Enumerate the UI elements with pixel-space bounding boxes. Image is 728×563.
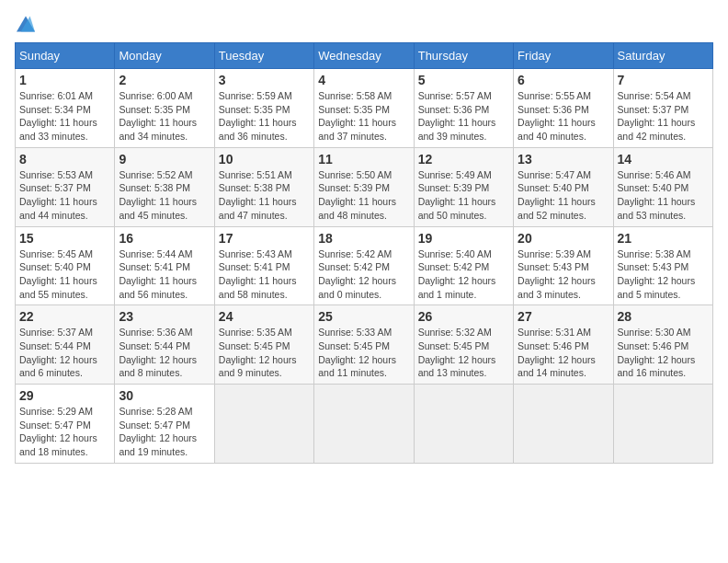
day-number: 24 <box>219 309 310 324</box>
calendar-cell: 17Sunrise: 5:43 AMSunset: 5:41 PMDayligh… <box>214 226 313 305</box>
day-info: Sunrise: 5:50 AMSunset: 5:39 PMDaylight:… <box>318 168 409 223</box>
day-number: 4 <box>318 73 409 87</box>
week-row-4: 22Sunrise: 5:37 AMSunset: 5:44 PMDayligh… <box>16 305 713 385</box>
calendar-cell <box>514 385 613 464</box>
day-number: 28 <box>618 309 709 324</box>
day-number: 13 <box>518 152 609 167</box>
calendar-cell: 13Sunrise: 5:47 AMSunset: 5:40 PMDayligh… <box>514 147 613 226</box>
calendar-cell: 5Sunrise: 5:57 AMSunset: 5:36 PMDaylight… <box>414 69 513 148</box>
day-info: Sunrise: 5:42 AMSunset: 5:42 PMDaylight:… <box>318 247 409 302</box>
page-header <box>15 15 713 33</box>
day-number: 30 <box>119 388 210 403</box>
day-number: 1 <box>19 73 110 87</box>
col-header-monday: Monday <box>115 43 214 69</box>
calendar-cell: 7Sunrise: 5:54 AMSunset: 5:37 PMDaylight… <box>613 69 712 148</box>
calendar-cell: 6Sunrise: 5:55 AMSunset: 5:36 PMDaylight… <box>514 69 613 148</box>
logo-icon <box>15 15 37 33</box>
day-info: Sunrise: 5:43 AMSunset: 5:41 PMDaylight:… <box>219 247 310 302</box>
calendar-cell <box>414 385 513 464</box>
calendar-cell: 27Sunrise: 5:31 AMSunset: 5:46 PMDayligh… <box>514 305 613 385</box>
calendar-cell: 4Sunrise: 5:58 AMSunset: 5:35 PMDaylight… <box>314 69 414 148</box>
calendar-cell: 25Sunrise: 5:33 AMSunset: 5:45 PMDayligh… <box>314 305 414 385</box>
day-info: Sunrise: 6:01 AMSunset: 5:34 PMDaylight:… <box>19 89 110 144</box>
calendar-cell: 29Sunrise: 5:29 AMSunset: 5:47 PMDayligh… <box>16 385 115 464</box>
day-info: Sunrise: 5:39 AMSunset: 5:43 PMDaylight:… <box>518 247 609 302</box>
calendar-cell: 10Sunrise: 5:51 AMSunset: 5:38 PMDayligh… <box>214 147 313 226</box>
day-number: 21 <box>618 231 709 246</box>
calendar-cell: 1Sunrise: 6:01 AMSunset: 5:34 PMDaylight… <box>16 69 115 148</box>
day-number: 9 <box>119 152 210 167</box>
calendar-cell: 26Sunrise: 5:32 AMSunset: 5:45 PMDayligh… <box>414 305 513 385</box>
calendar-cell: 16Sunrise: 5:44 AMSunset: 5:41 PMDayligh… <box>115 226 214 305</box>
calendar-cell <box>314 385 414 464</box>
calendar-cell: 20Sunrise: 5:39 AMSunset: 5:43 PMDayligh… <box>514 226 613 305</box>
day-number: 18 <box>318 231 409 246</box>
day-info: Sunrise: 5:38 AMSunset: 5:43 PMDaylight:… <box>618 247 709 302</box>
day-info: Sunrise: 5:46 AMSunset: 5:40 PMDaylight:… <box>618 168 709 223</box>
header-row: SundayMondayTuesdayWednesdayThursdayFrid… <box>16 43 713 69</box>
day-number: 25 <box>318 309 409 324</box>
day-number: 19 <box>418 231 509 246</box>
day-number: 15 <box>19 231 110 246</box>
calendar-cell: 15Sunrise: 5:45 AMSunset: 5:40 PMDayligh… <box>16 226 115 305</box>
day-info: Sunrise: 5:31 AMSunset: 5:46 PMDaylight:… <box>518 326 609 380</box>
day-number: 17 <box>219 231 310 246</box>
calendar-cell: 3Sunrise: 5:59 AMSunset: 5:35 PMDaylight… <box>214 69 313 148</box>
week-row-1: 1Sunrise: 6:01 AMSunset: 5:34 PMDaylight… <box>16 69 713 148</box>
calendar-cell: 21Sunrise: 5:38 AMSunset: 5:43 PMDayligh… <box>613 226 712 305</box>
day-info: Sunrise: 5:59 AMSunset: 5:35 PMDaylight:… <box>219 89 310 144</box>
calendar-cell: 23Sunrise: 5:36 AMSunset: 5:44 PMDayligh… <box>115 305 214 385</box>
day-number: 29 <box>19 388 110 403</box>
day-info: Sunrise: 5:33 AMSunset: 5:45 PMDaylight:… <box>318 326 409 380</box>
col-header-saturday: Saturday <box>613 43 712 69</box>
calendar-cell: 18Sunrise: 5:42 AMSunset: 5:42 PMDayligh… <box>314 226 414 305</box>
day-info: Sunrise: 5:52 AMSunset: 5:38 PMDaylight:… <box>119 168 210 223</box>
day-number: 27 <box>518 309 609 324</box>
day-info: Sunrise: 5:35 AMSunset: 5:45 PMDaylight:… <box>219 326 310 380</box>
day-info: Sunrise: 5:45 AMSunset: 5:40 PMDaylight:… <box>19 247 110 302</box>
day-number: 2 <box>119 73 210 87</box>
calendar-cell: 14Sunrise: 5:46 AMSunset: 5:40 PMDayligh… <box>613 147 712 226</box>
calendar-cell: 30Sunrise: 5:28 AMSunset: 5:47 PMDayligh… <box>115 385 214 464</box>
day-number: 8 <box>19 152 110 167</box>
day-number: 20 <box>518 231 609 246</box>
calendar-cell: 9Sunrise: 5:52 AMSunset: 5:38 PMDaylight… <box>115 147 214 226</box>
day-info: Sunrise: 5:32 AMSunset: 5:45 PMDaylight:… <box>418 326 509 380</box>
logo <box>15 15 40 33</box>
day-number: 5 <box>418 73 509 87</box>
day-info: Sunrise: 5:28 AMSunset: 5:47 PMDaylight:… <box>119 405 210 459</box>
calendar-cell: 12Sunrise: 5:49 AMSunset: 5:39 PMDayligh… <box>414 147 513 226</box>
calendar-cell: 24Sunrise: 5:35 AMSunset: 5:45 PMDayligh… <box>214 305 313 385</box>
col-header-thursday: Thursday <box>414 43 513 69</box>
day-info: Sunrise: 5:36 AMSunset: 5:44 PMDaylight:… <box>119 326 210 380</box>
day-number: 16 <box>119 231 210 246</box>
day-number: 3 <box>219 73 310 87</box>
day-number: 22 <box>19 309 110 324</box>
day-number: 11 <box>318 152 409 167</box>
day-info: Sunrise: 5:40 AMSunset: 5:42 PMDaylight:… <box>418 247 509 302</box>
day-number: 23 <box>119 309 210 324</box>
day-info: Sunrise: 5:30 AMSunset: 5:46 PMDaylight:… <box>618 326 709 380</box>
day-info: Sunrise: 5:51 AMSunset: 5:38 PMDaylight:… <box>219 168 310 223</box>
day-info: Sunrise: 5:55 AMSunset: 5:36 PMDaylight:… <box>518 89 609 144</box>
day-info: Sunrise: 5:29 AMSunset: 5:47 PMDaylight:… <box>19 405 110 459</box>
calendar-table: SundayMondayTuesdayWednesdayThursdayFrid… <box>15 42 713 464</box>
calendar-cell <box>214 385 313 464</box>
day-info: Sunrise: 6:00 AMSunset: 5:35 PMDaylight:… <box>119 89 210 144</box>
day-info: Sunrise: 5:47 AMSunset: 5:40 PMDaylight:… <box>518 168 609 223</box>
week-row-2: 8Sunrise: 5:53 AMSunset: 5:37 PMDaylight… <box>16 147 713 226</box>
col-header-tuesday: Tuesday <box>214 43 313 69</box>
calendar-cell: 28Sunrise: 5:30 AMSunset: 5:46 PMDayligh… <box>613 305 712 385</box>
calendar-cell: 22Sunrise: 5:37 AMSunset: 5:44 PMDayligh… <box>16 305 115 385</box>
day-number: 6 <box>518 73 609 87</box>
day-number: 14 <box>618 152 709 167</box>
col-header-friday: Friday <box>514 43 613 69</box>
week-row-3: 15Sunrise: 5:45 AMSunset: 5:40 PMDayligh… <box>16 226 713 305</box>
day-number: 26 <box>418 309 509 324</box>
calendar-cell: 11Sunrise: 5:50 AMSunset: 5:39 PMDayligh… <box>314 147 414 226</box>
day-info: Sunrise: 5:53 AMSunset: 5:37 PMDaylight:… <box>19 168 110 223</box>
day-number: 10 <box>219 152 310 167</box>
col-header-wednesday: Wednesday <box>314 43 414 69</box>
calendar-cell: 2Sunrise: 6:00 AMSunset: 5:35 PMDaylight… <box>115 69 214 148</box>
day-info: Sunrise: 5:57 AMSunset: 5:36 PMDaylight:… <box>418 89 509 144</box>
